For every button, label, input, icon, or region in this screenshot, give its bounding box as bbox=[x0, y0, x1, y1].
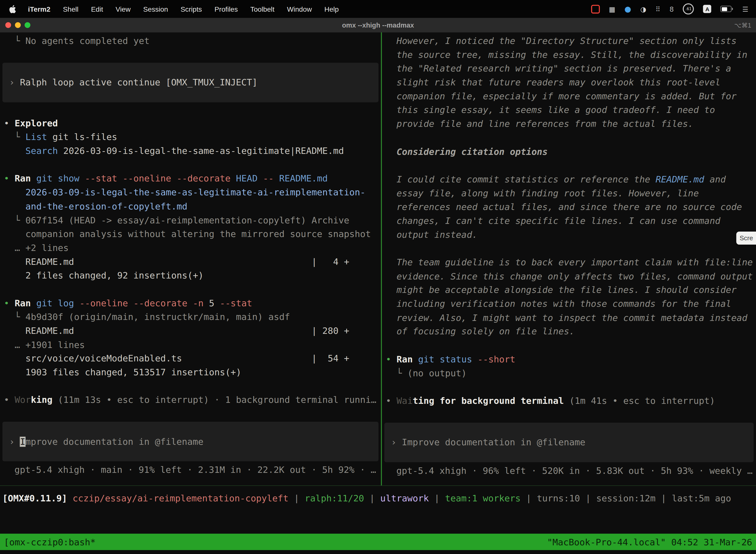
terminal-line: • Ran git status --short bbox=[382, 353, 756, 367]
terminal-line: might be acceptable alongside the file l… bbox=[382, 283, 756, 297]
terminal-line: The team guideline is to back every impo… bbox=[382, 256, 756, 270]
terminal-line: of focusing solely on file lines. bbox=[382, 325, 756, 339]
terminal-line: changes, I can't cite specific file line… bbox=[382, 214, 756, 228]
omx-status-bar: [OMX#0.11.9] cczip/essay/ai-reimplementa… bbox=[0, 486, 756, 534]
battery-body bbox=[720, 6, 732, 12]
terminal-line: and-the-erosion-of-copyleft.md bbox=[0, 200, 381, 214]
terminal-line: └ List git ls-files bbox=[0, 130, 381, 145]
desktop: iTerm2ShellEditViewSessionScriptsProfile… bbox=[0, 0, 756, 554]
battery-fill bbox=[722, 7, 727, 11]
close-button[interactable] bbox=[5, 22, 11, 28]
terminal-line bbox=[382, 339, 756, 353]
terminal-line bbox=[0, 283, 381, 296]
menu-bar-extras: ▦●◑⠿8.61A☰ bbox=[591, 3, 756, 15]
terminal-line: the source tree, missing the essay. Stil… bbox=[382, 48, 756, 62]
terminal-line: README.md | 4 + bbox=[0, 255, 381, 269]
terminal-line: • Ran git show --stat --oneline --decora… bbox=[0, 172, 381, 186]
terminal-line: this single essay, it seems like a good … bbox=[382, 104, 756, 117]
terminal-line: the "Related research writing" section i… bbox=[382, 62, 756, 76]
terminal-line: However, I noticed the "Directory Struct… bbox=[382, 34, 756, 48]
terminal-line: • Ran git log --oneline --decorate -n 5 … bbox=[0, 296, 381, 311]
left-pane[interactable]: └ No agents completed yet› Ralph loop ac… bbox=[0, 32, 381, 485]
terminal-line bbox=[382, 380, 756, 394]
zoom-button[interactable] bbox=[24, 22, 30, 28]
window-title: omx --xhigh --madmax bbox=[0, 21, 756, 29]
tmux-status-bar: [omx-cczip0:bash* "MacBook-Pro-44.local"… bbox=[0, 534, 756, 550]
menu-scripts[interactable]: Scripts bbox=[174, 5, 208, 13]
terminal-line: 2 files changed, 92 insertions(+) bbox=[0, 269, 381, 283]
terminal-line: • Explored bbox=[0, 117, 381, 130]
tmux-host-clock: "MacBook-Pro-44.local" 04:52 31-Mar-26 bbox=[547, 537, 752, 547]
prompt-input[interactable]: › Improve documentation in @filename bbox=[384, 423, 754, 462]
terminal-line: … +1901 lines bbox=[0, 338, 381, 352]
dots-grid-icon[interactable]: ⠿ bbox=[655, 5, 660, 13]
ralph-inject-banner[interactable]: › Ralph loop active continue [OMX_TMUX_I… bbox=[2, 63, 378, 102]
tmux-session-info: [omx-cczip0:bash* bbox=[4, 537, 96, 547]
terminal-line: src/voice/voiceModeEnabled.ts | 54 + bbox=[0, 352, 381, 366]
terminal-line: README.md | 280 + bbox=[0, 324, 381, 338]
macos-menu-bar: iTerm2ShellEditViewSessionScriptsProfile… bbox=[0, 0, 756, 18]
grid-window-icon[interactable]: ▦ bbox=[609, 5, 615, 13]
terminal-line: companion file, especially if more comme… bbox=[382, 90, 756, 104]
session-status-line: gpt-5.4 xhigh · 96% left · 520K in · 5.8… bbox=[382, 464, 756, 478]
menu-session[interactable]: Session bbox=[137, 5, 174, 13]
menu-profiles[interactable]: Profiles bbox=[208, 5, 244, 13]
menu-extra-icon[interactable]: ☰ bbox=[742, 5, 748, 13]
terminal-line: • Waiting for background terminal (1m 41… bbox=[382, 394, 756, 408]
terminal-line: └ No agents completed yet bbox=[0, 34, 381, 48]
menu-iterm2[interactable]: iTerm2 bbox=[21, 5, 57, 13]
menu-help[interactable]: Help bbox=[318, 5, 345, 13]
gauge-icon[interactable]: .61 bbox=[683, 3, 694, 15]
terminal-line: review. Also, I might want to inspect th… bbox=[382, 311, 756, 325]
session-status-line: gpt-5.4 xhigh · main · 91% left · 2.31M … bbox=[0, 463, 381, 477]
terminal-area: └ No agents completed yet› Ralph loop ac… bbox=[0, 32, 756, 486]
terminal-line: Search 2026-03-09-is-legal-the-same-as-l… bbox=[0, 144, 381, 158]
menu-items: iTerm2ShellEditViewSessionScriptsProfile… bbox=[21, 5, 345, 13]
terminal-line bbox=[0, 380, 381, 393]
dark-app-icon[interactable]: ◑ bbox=[640, 5, 646, 13]
window-shortcut: ⌥⌘1 bbox=[734, 21, 756, 29]
terminal-line: slight risk that future readers may over… bbox=[382, 76, 756, 90]
terminal-line: references need actual files, and since … bbox=[382, 200, 756, 214]
menu-view[interactable]: View bbox=[109, 5, 137, 13]
terminal-line: Considering citation options bbox=[382, 145, 756, 159]
terminal-line bbox=[382, 242, 756, 256]
minimize-button[interactable] bbox=[15, 22, 20, 28]
terminal-line: 1903 files changed, 513517 insertions(+) bbox=[0, 366, 381, 380]
text-cursor: I bbox=[20, 437, 25, 447]
input-source-icon[interactable]: A bbox=[703, 5, 711, 13]
menu-shell[interactable]: Shell bbox=[57, 5, 84, 13]
screen-share-button[interactable]: Scre bbox=[736, 232, 756, 244]
window-title-bar[interactable]: omx --xhigh --madmax ⌥⌘1 bbox=[0, 18, 756, 33]
terminal-line bbox=[0, 158, 381, 172]
terminal-line: I could cite commit statistics or refere… bbox=[382, 173, 756, 187]
prompt-input[interactable]: › Improve documentation in @filename bbox=[2, 422, 378, 461]
window-controls bbox=[0, 22, 30, 28]
terminal-line: … +2 lines bbox=[0, 241, 381, 255]
terminal-line: evidence. Since this change only affects… bbox=[382, 270, 756, 283]
blue-app-icon[interactable]: ● bbox=[625, 4, 631, 13]
terminal-line: 2026-03-09-is-legal-the-same-as-legitima… bbox=[0, 186, 381, 200]
menu-window[interactable]: Window bbox=[281, 5, 318, 13]
terminal-line: • Working (11m 13s • esc to interrupt) ·… bbox=[0, 393, 381, 407]
terminal-line: └ 4b9d30f (origin/main, instructkr/main,… bbox=[0, 311, 381, 324]
battery-icon[interactable] bbox=[720, 6, 733, 12]
right-pane[interactable]: However, I noticed the "Directory Struct… bbox=[382, 32, 756, 485]
battery-nub bbox=[732, 8, 733, 10]
terminal-line: └ (no output) bbox=[382, 366, 756, 380]
terminal-line: output instead. bbox=[382, 228, 756, 242]
menu-toolbelt[interactable]: Toolbelt bbox=[244, 5, 281, 13]
terminal-line bbox=[382, 131, 756, 145]
omx-status-line: [OMX#0.11.9] cczip/essay/ai-reimplementa… bbox=[0, 486, 756, 503]
terminal-line bbox=[382, 159, 756, 173]
terminal-line: essay file, along with finding root file… bbox=[382, 186, 756, 200]
terminal-line: including verification notes with those … bbox=[382, 297, 756, 311]
apple-menu-icon[interactable] bbox=[9, 4, 17, 14]
terminal-line: └ 067f154 (HEAD -> essay/ai-reimplementa… bbox=[0, 214, 381, 227]
counter-icon[interactable]: 8 bbox=[670, 5, 674, 13]
terminal-line: companion analysis without altering the … bbox=[0, 227, 381, 241]
apple-logo bbox=[9, 4, 16, 13]
menu-edit[interactable]: Edit bbox=[85, 5, 109, 13]
terminal-line: provide file and line references from th… bbox=[382, 117, 756, 131]
screen-recording-indicator[interactable] bbox=[591, 4, 600, 13]
